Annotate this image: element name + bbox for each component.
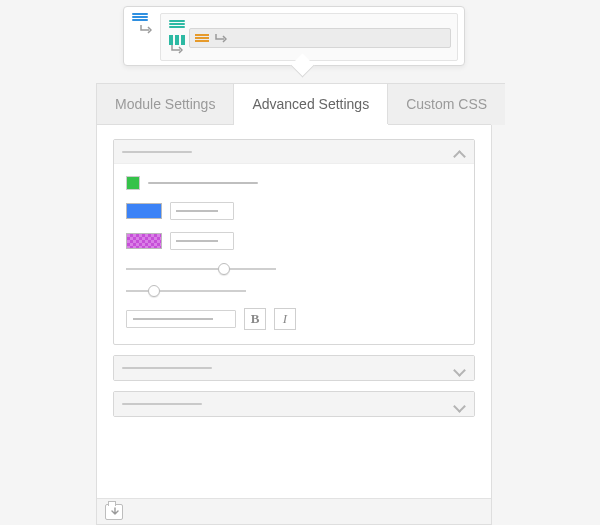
- color-swatch-green[interactable]: [126, 176, 140, 190]
- section-title-placeholder: [122, 151, 192, 153]
- svg-rect-2: [181, 35, 185, 45]
- structure-preview-popover: [123, 6, 465, 66]
- settings-section-0: B I: [113, 139, 475, 345]
- section-header-2[interactable]: [114, 392, 474, 416]
- tab-custom-css[interactable]: Custom CSS: [388, 83, 505, 125]
- preview-row-column: [165, 18, 185, 56]
- svg-rect-1: [175, 35, 179, 45]
- panel-footer: [97, 498, 491, 524]
- module-sub-icon: [215, 33, 227, 43]
- module-icon: [195, 33, 209, 43]
- color-box-blue[interactable]: [126, 203, 162, 219]
- chevron-down-icon: [452, 361, 466, 375]
- column-icon: [169, 33, 185, 45]
- slider-1[interactable]: [126, 262, 276, 276]
- color-field-magenta[interactable]: [170, 232, 234, 250]
- slider-2[interactable]: [126, 284, 246, 298]
- row-icon: [169, 20, 185, 32]
- panel-body: B I: [97, 125, 491, 498]
- settings-section-1: [113, 355, 475, 381]
- preview-row-container: [160, 13, 458, 61]
- section-header-1[interactable]: [114, 356, 474, 380]
- settings-panel: Module Settings Advanced Settings Custom…: [96, 83, 492, 525]
- section-header-0[interactable]: [114, 140, 474, 164]
- tab-module-settings[interactable]: Module Settings: [97, 83, 234, 125]
- preview-module-bar[interactable]: [189, 28, 451, 48]
- italic-button[interactable]: I: [274, 308, 296, 330]
- module-sub-icon: [171, 44, 187, 56]
- tabs: Module Settings Advanced Settings Custom…: [97, 83, 491, 125]
- option-color-magenta-row: [126, 232, 462, 250]
- option-swatch-row: [126, 176, 462, 190]
- chevron-down-icon: [452, 397, 466, 411]
- color-field-blue[interactable]: [170, 202, 234, 220]
- settings-section-2: [113, 391, 475, 417]
- chevron-up-icon: [452, 145, 466, 159]
- section-body-0: B I: [114, 164, 474, 344]
- text-input[interactable]: [126, 310, 236, 328]
- option-label: [148, 182, 258, 184]
- preview-section-column: [128, 11, 154, 36]
- section-title-placeholder: [122, 403, 202, 405]
- color-box-magenta[interactable]: [126, 233, 162, 249]
- tab-advanced-settings[interactable]: Advanced Settings: [234, 83, 388, 125]
- svg-rect-0: [169, 35, 173, 45]
- option-color-blue-row: [126, 202, 462, 220]
- bold-button[interactable]: B: [244, 308, 266, 330]
- row-sub-icon: [140, 24, 156, 36]
- save-icon[interactable]: [105, 504, 123, 520]
- section-title-placeholder: [122, 367, 212, 369]
- text-format-row: B I: [126, 308, 462, 330]
